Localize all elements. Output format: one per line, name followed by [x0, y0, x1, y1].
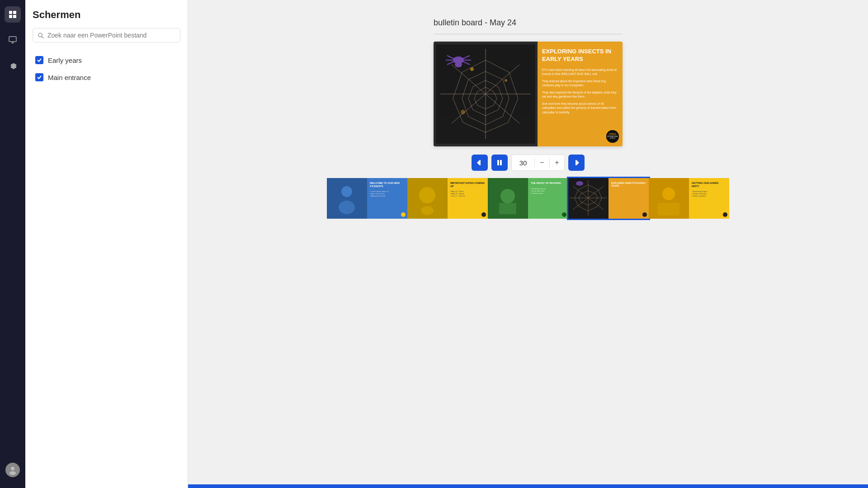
avatar[interactable]	[5, 463, 20, 477]
spiderweb-graphic	[436, 44, 535, 144]
main-content: bulletin board - May 24	[188, 0, 868, 488]
svg-rect-3	[13, 15, 16, 18]
thumbnail-5[interactable]: GETTING OUR HANDS DIRTY • Gardening proj…	[649, 178, 729, 219]
thumb5-photo	[649, 178, 689, 219]
pause-button[interactable]	[491, 155, 508, 171]
svg-rect-2	[9, 15, 12, 18]
svg-rect-54	[568, 178, 609, 219]
slide-main-title: EXPLORING INSECTS IN EARLY YEARS	[542, 48, 618, 63]
thumb4-dot	[642, 212, 647, 217]
sidebar: Schermen Early years Main entrance	[25, 0, 188, 488]
time-plus-button[interactable]: +	[550, 155, 564, 171]
svg-text:FOREST: FOREST	[609, 133, 617, 135]
thumbnail-3[interactable]: THE MAGIC OF READING • Reading program• …	[488, 178, 568, 219]
bottom-bar	[188, 484, 868, 488]
svg-point-65	[576, 181, 583, 186]
svg-point-67	[662, 188, 675, 200]
svg-marker-39	[477, 160, 480, 165]
checkmark-icon	[37, 57, 42, 63]
search-bar[interactable]	[33, 28, 180, 42]
thumb4-title: EXPLORING INSECTS IN EARLY YEARS	[610, 180, 647, 189]
svg-point-9	[38, 33, 42, 37]
slide-bullet-3: They also explored the lifecycle of the …	[542, 90, 618, 99]
thumb2-title: IMPORTANT DATES COMING UP	[449, 180, 486, 189]
search-icon	[38, 32, 44, 39]
thumb1-text: • Lorem ipsum dolor sit• Amet consectetu…	[368, 189, 406, 198]
svg-line-10	[42, 36, 43, 38]
checkbox-early-years[interactable]	[35, 56, 43, 64]
early-years-label: Early years	[48, 56, 82, 64]
svg-rect-42	[500, 160, 502, 165]
svg-point-49	[419, 187, 435, 203]
slide-preview[interactable]: EXPLORING INSECTS IN EARLY YEARS EY's ha…	[434, 42, 623, 146]
svg-rect-53	[499, 203, 516, 214]
sidebar-item-main-entrance[interactable]: Main entrance	[33, 69, 180, 86]
svg-point-47	[339, 201, 355, 214]
icon-bar	[0, 0, 25, 488]
thumb5-dot	[723, 212, 727, 217]
pause-icon	[496, 159, 503, 166]
svg-rect-1	[13, 11, 16, 14]
svg-point-34	[461, 110, 465, 114]
presentation-area: bulletin board - May 24	[188, 0, 868, 488]
svg-point-7	[11, 467, 14, 470]
search-input[interactable]	[47, 32, 175, 39]
thumb5-text: • Gardening project• Outdoor learning• N…	[690, 189, 728, 198]
skip-back-icon	[476, 159, 483, 166]
svg-marker-43	[576, 160, 579, 165]
logo-graphic: FOREST INTERNATIONAL SCHOOL	[606, 130, 619, 143]
slide-bullet-2: They learned about the important roles t…	[542, 79, 618, 87]
slide-bullet-4: And next term they become proud owners o…	[542, 102, 618, 114]
sidebar-title: Schermen	[33, 9, 180, 21]
time-control: 30 − +	[511, 155, 565, 171]
svg-point-52	[500, 189, 515, 203]
school-logo: FOREST INTERNATIONAL SCHOOL	[606, 130, 619, 143]
thumb2-text: • May 15 - Event• May 20 - Sports• June …	[449, 189, 486, 198]
checkmark-icon	[37, 75, 42, 80]
thumbnails-strip: WELCOME TO OUR NEW STUDENTS • Lorem ipsu…	[197, 178, 859, 219]
skip-forward-icon	[573, 159, 580, 166]
sidebar-item-early-years[interactable]: Early years	[33, 52, 180, 69]
thumb5-title: GETTING OUR HANDS DIRTY	[690, 180, 728, 189]
thumb3-title: THE MAGIC OF READING	[529, 180, 567, 187]
svg-point-25	[455, 62, 462, 67]
thumb3-photo	[488, 178, 528, 219]
monitor-icon[interactable]	[5, 32, 21, 48]
thumb4-photo	[568, 178, 609, 219]
svg-rect-40	[480, 160, 481, 165]
time-minus-button[interactable]: −	[535, 155, 549, 171]
svg-point-46	[341, 186, 352, 197]
thumb1-photo	[327, 178, 367, 219]
svg-rect-41	[497, 160, 499, 165]
thumb1-dot	[401, 212, 406, 217]
skip-forward-button[interactable]	[568, 155, 585, 171]
svg-rect-68	[658, 203, 679, 216]
svg-point-50	[421, 206, 434, 215]
svg-text:SCHOOL: SCHOOL	[610, 137, 616, 139]
board-title: bulletin board - May 24	[434, 18, 623, 28]
svg-point-32	[470, 67, 474, 71]
slide-bullet-1: EY's have been learning all about the fa…	[542, 68, 618, 76]
thumb1-title: WELCOME TO OUR NEW STUDENTS	[368, 180, 406, 189]
thumb2-photo	[407, 178, 448, 219]
svg-rect-4	[9, 37, 16, 42]
main-entrance-label: Main entrance	[48, 74, 91, 81]
thumbnail-4[interactable]: EXPLORING INSECTS IN EARLY YEARS	[568, 178, 649, 219]
thumb3-text: • Reading program• Book club news• Libra…	[529, 187, 567, 195]
svg-rect-0	[9, 11, 12, 14]
thumbnail-2[interactable]: IMPORTANT DATES COMING UP • May 15 - Eve…	[407, 178, 488, 219]
grid-icon[interactable]	[5, 6, 21, 23]
slide-image-area	[434, 42, 538, 146]
thumb3-dot	[562, 212, 566, 217]
svg-rect-44	[576, 160, 576, 165]
checkbox-main-entrance[interactable]	[35, 73, 43, 81]
svg-point-8	[9, 471, 16, 475]
time-value: 30	[512, 159, 534, 167]
settings-icon[interactable]	[5, 57, 21, 73]
skip-back-button[interactable]	[472, 155, 488, 171]
playback-controls: 30 − +	[472, 155, 585, 171]
svg-point-33	[505, 79, 507, 82]
thumb2-dot	[481, 212, 486, 217]
thumbnail-1[interactable]: WELCOME TO OUR NEW STUDENTS • Lorem ipsu…	[327, 178, 407, 219]
